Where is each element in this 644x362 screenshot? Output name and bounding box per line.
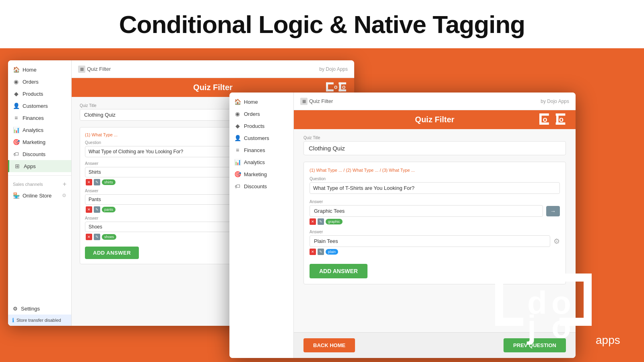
sidebar-item-finances[interactable]: ≡ Finances bbox=[8, 112, 71, 124]
window1-sidebar: 🏠 Home ◉ Orders ◆ Products 👤 Customers ≡… bbox=[8, 60, 72, 326]
w2-sidebar-item-marketing[interactable]: 🎯 Marketing bbox=[229, 168, 293, 180]
w2-answer-item-0: Answer → ✕ ✎ graphic bbox=[310, 200, 560, 225]
sidebar-item-home[interactable]: 🏠 Home bbox=[8, 64, 71, 76]
w2-products-icon: ◆ bbox=[234, 123, 241, 129]
tag-pill-1: pants bbox=[102, 207, 116, 212]
settings-item[interactable]: ⚙ Settings bbox=[8, 303, 71, 315]
delete-btn-2[interactable]: ✕ bbox=[86, 234, 92, 240]
w2-sidebar-label-analytics: Analytics bbox=[244, 159, 265, 165]
w2-arrow-btn-0[interactable]: → bbox=[546, 206, 560, 216]
w2-answer-actions-1: ✕ ✎ plain bbox=[310, 249, 560, 255]
svg-rect-2 bbox=[326, 89, 334, 91]
add-channel-icon[interactable]: + bbox=[63, 181, 66, 188]
w2-answer-item-1: Answer ⚙ ✕ ✎ plain bbox=[310, 230, 560, 255]
w2-quiz-title-input[interactable]: Clothing Quiz bbox=[303, 141, 566, 155]
analytics-icon: 📊 bbox=[13, 127, 19, 133]
settings-icon: ⚙ bbox=[13, 306, 18, 312]
w2-quiz-title-section: Quiz Title Clothing Quiz bbox=[303, 136, 566, 155]
add-answer-button[interactable]: ADD ANSWER bbox=[85, 247, 139, 259]
w2-sidebar-item-analytics[interactable]: 📊 Analytics bbox=[229, 156, 293, 168]
w2-tag-pill-1: plain bbox=[326, 249, 338, 255]
w2-orders-icon: ◉ bbox=[234, 111, 241, 117]
svg-text:apps: apps bbox=[596, 334, 620, 346]
w2-marketing-icon: 🎯 bbox=[234, 171, 241, 177]
w2-sidebar-label-marketing: Marketing bbox=[244, 171, 267, 177]
sidebar-bottom: ⚙ Settings ℹ Store transfer disabled bbox=[8, 303, 71, 326]
w2-quiz-filter-icon: ▦ bbox=[300, 98, 308, 105]
delete-btn-0[interactable]: ✕ bbox=[86, 179, 92, 185]
page-title: Conditional Logic & Native Tagging bbox=[119, 10, 525, 39]
w2-add-answer-button[interactable]: ADD ANSWER bbox=[310, 264, 367, 278]
info-icon: ℹ bbox=[12, 317, 14, 323]
svg-rect-1 bbox=[326, 82, 334, 84]
w2-answer-input-1[interactable] bbox=[310, 235, 550, 247]
w2-delete-btn-0[interactable]: ✕ bbox=[310, 218, 316, 225]
tag-pill-2: shoes bbox=[102, 234, 116, 240]
w2-answer-row-1: ⚙ bbox=[310, 235, 560, 247]
sidebar-item-orders[interactable]: ◉ Orders bbox=[8, 76, 71, 88]
sidebar-item-apps[interactable]: ⊞ Apps bbox=[8, 160, 71, 172]
w2-sidebar-item-discounts[interactable]: 🏷 Discounts bbox=[229, 180, 293, 192]
w2-answer-label-1: Answer bbox=[310, 230, 560, 234]
tag-pill-0: shirts bbox=[102, 179, 116, 185]
w2-sidebar-item-customers[interactable]: 👤 Customers bbox=[229, 132, 293, 144]
w2-analytics-icon: 📊 bbox=[234, 159, 241, 165]
svg-text:o: o bbox=[342, 84, 345, 90]
delete-btn-1[interactable]: ✕ bbox=[86, 206, 92, 213]
w2-sidebar-label-home: Home bbox=[244, 99, 258, 105]
settings-label: Settings bbox=[21, 306, 40, 312]
sidebar-item-products[interactable]: ◆ Products bbox=[8, 88, 71, 100]
home-icon: 🏠 bbox=[13, 66, 19, 73]
svg-text:j: j bbox=[526, 309, 536, 345]
window2-orange-bar: Quiz Filter o o bbox=[294, 110, 576, 129]
w2-answer-gear-1[interactable]: ⚙ bbox=[553, 237, 560, 246]
svg-rect-18 bbox=[495, 318, 523, 326]
w2-sidebar-item-products[interactable]: ◆ Products bbox=[229, 120, 293, 132]
apps-icon: ⊞ bbox=[14, 163, 21, 169]
w2-question-label: Question bbox=[310, 177, 560, 181]
sidebar-label-finances: Finances bbox=[23, 115, 44, 121]
edit-btn-2[interactable]: ✎ bbox=[94, 234, 100, 240]
sidebar-divider bbox=[8, 175, 71, 176]
svg-rect-17 bbox=[495, 274, 523, 282]
back-home-button[interactable]: BACK HOME bbox=[303, 338, 355, 352]
top-section: Conditional Logic & Native Tagging bbox=[0, 0, 644, 48]
w2-question-input[interactable] bbox=[310, 182, 560, 194]
window2-sidebar: 🏠 Home ◉ Orders ◆ Products 👤 Customers ≡… bbox=[229, 93, 294, 358]
store-icon: 🏪 bbox=[13, 192, 19, 199]
w2-edit-btn-1[interactable]: ✎ bbox=[318, 249, 324, 255]
customers-icon: 👤 bbox=[13, 103, 19, 109]
window1-header: ▦ Quiz Filter by Dojo Apps bbox=[72, 60, 354, 78]
w2-sidebar-item-orders[interactable]: ◉ Orders bbox=[229, 108, 293, 120]
sidebar-item-analytics[interactable]: 📊 Analytics bbox=[8, 124, 71, 136]
sidebar-item-discounts[interactable]: 🏷 Discounts bbox=[8, 148, 71, 160]
sidebar-item-customers[interactable]: 👤 Customers bbox=[8, 100, 71, 112]
discounts-icon: 🏷 bbox=[13, 151, 19, 157]
w2-sidebar-label-discounts: Discounts bbox=[244, 183, 267, 189]
sidebar-label-apps: Apps bbox=[24, 163, 36, 169]
edit-btn-0[interactable]: ✎ bbox=[94, 179, 100, 185]
w2-sidebar-item-finances[interactable]: ≡ Finances bbox=[229, 144, 293, 156]
w2-answer-row-0: → bbox=[310, 205, 560, 217]
w2-edit-btn-0[interactable]: ✎ bbox=[318, 218, 324, 225]
store-transfer-bar: ℹ Store transfer disabled bbox=[8, 315, 71, 326]
sidebar-item-marketing[interactable]: 🎯 Marketing bbox=[8, 136, 71, 148]
w2-finances-icon: ≡ bbox=[234, 147, 241, 153]
edit-btn-1[interactable]: ✎ bbox=[94, 206, 100, 213]
w2-quiz-title-label: Quiz Title bbox=[303, 136, 566, 140]
w2-tag-pill-0: graphic bbox=[326, 219, 343, 224]
sidebar-label-online-store: Online Store bbox=[23, 193, 52, 199]
store-settings-icon[interactable]: ⚙ bbox=[62, 193, 66, 198]
w2-delete-btn-1[interactable]: ✕ bbox=[310, 249, 316, 255]
window1-dojo-logo: o o bbox=[326, 82, 346, 93]
w2-sidebar-label-products: Products bbox=[244, 123, 264, 129]
w2-sidebar-label-finances: Finances bbox=[244, 147, 265, 153]
sidebar-item-online-store[interactable]: 🏪 Online Store ⚙ bbox=[8, 189, 71, 202]
sidebar-label-customers: Customers bbox=[23, 103, 48, 109]
orders-icon: ◉ bbox=[13, 78, 19, 85]
window2-bar-title: Quiz Filter bbox=[415, 115, 454, 124]
w2-answer-input-0[interactable] bbox=[310, 205, 543, 217]
products-icon: ◆ bbox=[13, 90, 19, 97]
w2-sidebar-item-home[interactable]: 🏠 Home bbox=[229, 96, 293, 108]
svg-text:o: o bbox=[334, 84, 337, 90]
